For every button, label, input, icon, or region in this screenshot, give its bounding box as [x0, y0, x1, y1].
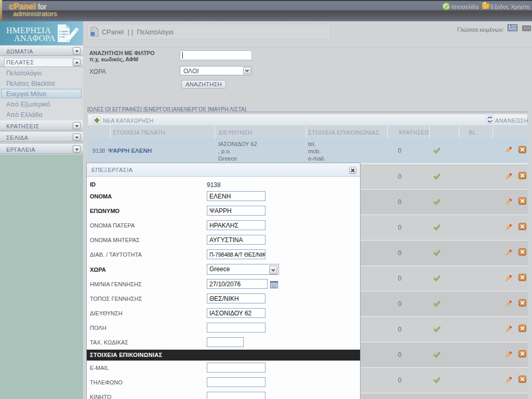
svg-text:i: i: [92, 32, 94, 36]
